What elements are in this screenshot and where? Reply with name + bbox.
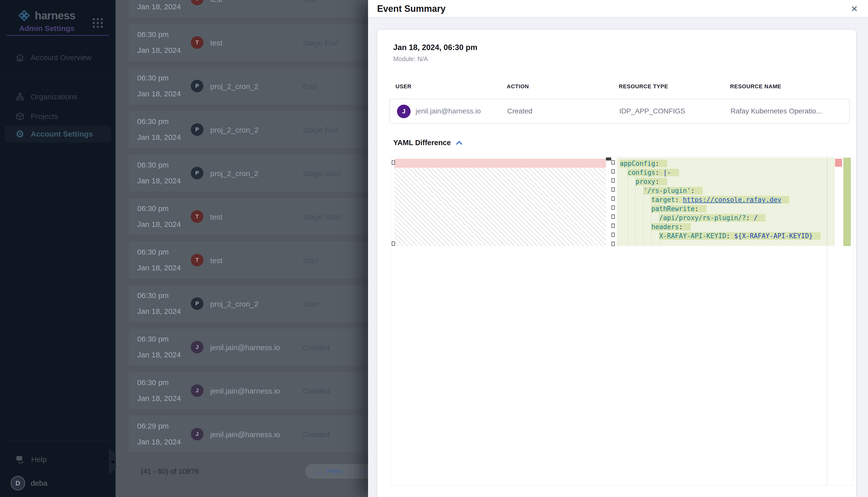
row-avatar: T xyxy=(191,0,203,5)
sidebar-item-projects[interactable]: Projects xyxy=(4,108,111,125)
harness-logo[interactable]: harness xyxy=(18,9,75,22)
row-date: Jan 18, 2024 xyxy=(137,394,181,403)
audit-row[interactable]: 06:30 pmJan 18, 2024Pproj_2_cron_2Stage … xyxy=(128,154,383,192)
diff-line-marker[interactable] xyxy=(611,242,615,246)
code-line: headers: xyxy=(617,222,835,231)
code-token: |- xyxy=(659,169,671,176)
close-icon[interactable]: ✕ xyxy=(851,0,858,18)
row-resource-name: proj_2_cron_2 xyxy=(210,82,259,91)
sidebar-item-organizations[interactable]: Organizations xyxy=(4,88,111,105)
audit-row[interactable]: 06:29 pmJan 18, 2024Jjenil.jain@harness.… xyxy=(128,415,383,453)
diff-empty-region xyxy=(395,168,606,246)
code-line: appConfig: xyxy=(617,159,835,168)
diff-added-pane: appConfig: configs: |- proxy: '/rs-plugi… xyxy=(617,158,835,246)
audit-row[interactable]: 06:30 pmJan 18, 2024TtestEnd xyxy=(128,0,383,18)
col-header-resource-name: RESOURCE NAME xyxy=(730,83,781,90)
sidebar-item-account-settings[interactable]: ⚙ Account Settings xyxy=(4,126,111,142)
code-line: /api/proxy/rs-plugin/?: / xyxy=(617,213,835,222)
diff-line-marker[interactable] xyxy=(611,160,615,165)
sidebar-collapse-handle[interactable]: ◀ xyxy=(109,448,116,474)
user-avatar: J xyxy=(397,105,411,118)
code-token: : xyxy=(655,169,659,176)
help-chat-icon: ? xyxy=(15,454,25,465)
audit-row[interactable]: 06:30 pmJan 18, 2024Pproj_2_cron_2End xyxy=(128,67,383,105)
sidebar-item-label: Projects xyxy=(31,112,58,121)
sidebar-item-label: Account Settings xyxy=(31,130,93,138)
diff-line-marker[interactable] xyxy=(611,205,615,210)
diff-line-marker[interactable] xyxy=(611,215,615,219)
cell-resource-name: Rafay Kubernetes Operatio... xyxy=(731,99,822,123)
logo-text: harness xyxy=(35,9,75,22)
audit-row[interactable]: 06:30 pmJan 18, 2024TtestStage End xyxy=(128,24,383,61)
audit-row[interactable]: 06:30 pmJan 18, 2024TtestStart xyxy=(128,241,383,279)
sidebar: harness Admin Settings Account Overview … xyxy=(0,0,115,497)
help-label: Help xyxy=(31,455,47,464)
yaml-difference-toggle[interactable]: YAML Difference xyxy=(393,139,463,147)
code-token: '/rs-plugin' xyxy=(644,187,691,195)
code-token: /api/proxy/rs-plugin/? xyxy=(659,214,746,222)
diff-line-marker[interactable] xyxy=(611,233,615,237)
code-line: configs: |- xyxy=(617,168,835,177)
row-avatar: J xyxy=(191,341,203,353)
event-datetime: Jan 18, 2024, 06:30 pm xyxy=(393,43,477,52)
row-date: Jan 18, 2024 xyxy=(137,220,181,229)
home-icon xyxy=(15,53,25,62)
sidebar-item-account-overview[interactable]: Account Overview xyxy=(4,49,111,66)
help-button[interactable]: ? Help xyxy=(4,452,111,467)
left-pane-scrollbar-thumb[interactable] xyxy=(606,157,611,160)
diff-line-marker[interactable] xyxy=(611,196,615,201)
col-header-action: ACTION xyxy=(507,83,529,90)
code-token: : xyxy=(655,178,659,185)
row-action: Start xyxy=(303,256,319,265)
row-time: 06:30 pm xyxy=(137,74,169,82)
sidebar-divider xyxy=(0,76,115,77)
code-token: pathRewrite xyxy=(651,205,694,213)
code-link[interactable]: https://console.rafay.dev xyxy=(683,196,781,203)
row-date: Jan 18, 2024 xyxy=(137,176,181,185)
row-date: Jan 18, 2024 xyxy=(137,2,181,11)
user-avatar: D xyxy=(11,476,25,491)
row-avatar: P xyxy=(191,167,203,179)
sidebar-item-label: Account Overview xyxy=(31,53,92,62)
cube-icon xyxy=(15,112,25,121)
diff-line-marker[interactable] xyxy=(392,160,395,165)
diff-line-marker[interactable] xyxy=(611,224,615,228)
audit-row[interactable]: 06:30 pmJan 18, 2024Jjenil.jain@harness.… xyxy=(128,372,383,410)
row-resource-name: jenil.jain@harness.io xyxy=(210,430,280,439)
modal-title: Event Summary xyxy=(377,0,445,18)
code-token: appConfig xyxy=(620,160,655,167)
audit-row[interactable]: 06:30 pmJan 18, 2024Jjenil.jain@harness.… xyxy=(128,328,383,366)
diff-line-marker[interactable] xyxy=(611,187,615,191)
row-resource-name: test xyxy=(210,39,222,47)
audit-row[interactable]: 06:30 pmJan 18, 2024Pproj_2_cron_2Start xyxy=(128,285,383,323)
user-menu[interactable]: D deba xyxy=(4,474,111,492)
sidebar-subtitle: Admin Settings xyxy=(19,24,74,33)
row-action: Stage End xyxy=(303,126,338,134)
code-line: proxy: xyxy=(617,177,835,186)
row-time: 06:29 pm xyxy=(137,422,169,430)
code-line: pathRewrite: xyxy=(617,204,835,213)
code-token: : xyxy=(746,214,750,222)
row-date: Jan 18, 2024 xyxy=(137,307,181,316)
event-table-row[interactable]: J jenil.jain@harness.io Created IDP_APP_… xyxy=(389,99,850,124)
diff-line-marker[interactable] xyxy=(392,241,395,246)
code-token: proxy xyxy=(636,178,655,185)
sidebar-item-label: Organizations xyxy=(31,93,77,101)
audit-row[interactable]: 06:30 pmJan 18, 2024Pproj_2_cron_2Stage … xyxy=(128,111,383,148)
code-line: X-RAFAY-API-KEYID: ${X-RAFAY-API-KEYID} xyxy=(617,231,835,240)
scrollmap-added-marker[interactable] xyxy=(843,158,851,246)
app-root: harness Admin Settings Account Overview … xyxy=(0,0,868,497)
row-time: 06:30 pm xyxy=(137,117,169,126)
row-action: End xyxy=(303,0,316,4)
chevron-up-icon xyxy=(456,141,463,145)
module-grid-icon[interactable] xyxy=(93,18,103,28)
scrollmap-removed-marker[interactable] xyxy=(835,159,842,167)
sidebar-divider-purple xyxy=(6,35,109,36)
diff-line-marker[interactable] xyxy=(611,169,615,173)
row-avatar: T xyxy=(191,36,203,49)
diff-line-marker[interactable] xyxy=(611,178,615,183)
diff-added-code: appConfig: configs: |- proxy: '/rs-plugi… xyxy=(617,159,835,240)
harness-logo-icon xyxy=(18,9,31,22)
audit-row[interactable]: 06:30 pmJan 18, 2024TtestStage Start xyxy=(128,198,383,236)
indent-guide xyxy=(635,168,636,245)
